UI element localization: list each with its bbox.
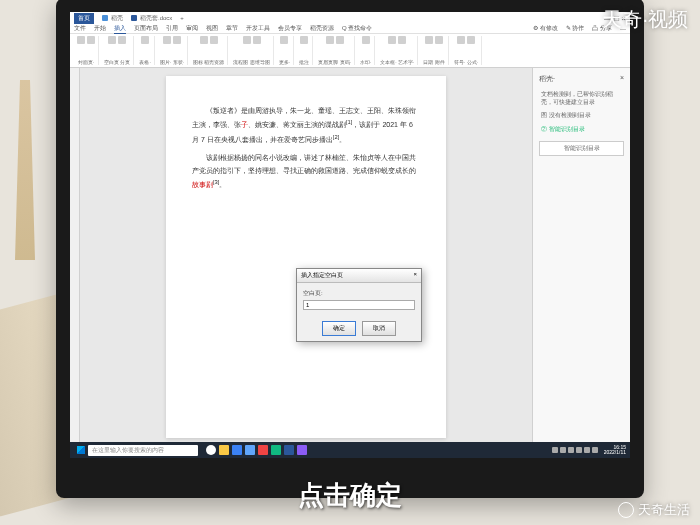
doc-icon	[131, 15, 137, 21]
ribbon-icon[interactable]	[362, 36, 370, 44]
ribbon-icon[interactable]	[457, 36, 465, 44]
ribbon-group[interactable]: 水印·	[357, 36, 375, 65]
ribbon-group[interactable]: 流程图 思维导图	[230, 36, 273, 65]
task-app3-icon[interactable]	[297, 445, 307, 455]
document-canvas[interactable]: 《叛逆者》是由周游执导，朱一龙、童瑶、王志文、王阳、朱珠领衔主演，李强、张子、姚…	[80, 68, 532, 446]
vertical-ruler	[70, 68, 80, 446]
menu-file[interactable]: 文件	[74, 24, 86, 33]
ribbon-icon[interactable]	[388, 36, 396, 44]
side-link-1[interactable]: ② 智能识别目录	[539, 123, 624, 137]
ribbon-icon[interactable]	[118, 36, 126, 44]
menu-resource[interactable]: 稻壳资源	[310, 24, 334, 33]
tray-icon[interactable]	[552, 447, 558, 453]
ribbon-icon[interactable]	[425, 36, 433, 44]
ribbon-icon[interactable]	[300, 36, 308, 44]
ribbon-group[interactable]: 更多·	[276, 36, 294, 65]
tray-ime-icon[interactable]	[592, 447, 598, 453]
tray-network-icon[interactable]	[584, 447, 590, 453]
ribbon-label: 更多·	[279, 59, 290, 65]
dialog-field-label: 空白页:	[303, 289, 415, 298]
menu-dev[interactable]: 开发工具	[246, 24, 270, 33]
menu-ref[interactable]: 引用	[166, 24, 178, 33]
task-explorer-icon[interactable]	[219, 445, 229, 455]
dialog-close-button[interactable]: ×	[413, 271, 417, 280]
ribbon-group[interactable]: 日期 附件	[420, 36, 448, 65]
ribbon-group[interactable]: 图标 稻壳资源	[190, 36, 228, 65]
ribbon-icon[interactable]	[173, 36, 181, 44]
menu-insert[interactable]: 插入	[114, 24, 126, 34]
tray-clock[interactable]: 16:152022/1/11	[604, 445, 626, 456]
ribbon-icon[interactable]	[87, 36, 95, 44]
side-panel: 稻壳· × 文档检测到，已帮你识别稻壳，可快捷建立目录 图 没有检测到目录 ② …	[532, 68, 630, 446]
menu-start[interactable]: 开始	[94, 24, 106, 33]
ribbon-icon[interactable]	[210, 36, 218, 44]
task-app2-icon[interactable]	[271, 445, 281, 455]
menu-bar: 文件 开始 插入 页面布局 引用 审阅 视图 章节 开发工具 会员专享 稻壳资源…	[70, 24, 630, 34]
ribbon-icon[interactable]	[280, 36, 288, 44]
shell-tab[interactable]: 稻壳	[102, 14, 123, 23]
shell-icon	[102, 15, 108, 21]
menu-section[interactable]: 章节	[226, 24, 238, 33]
ribbon-icon[interactable]	[253, 36, 261, 44]
ok-button[interactable]: 确定	[322, 321, 356, 336]
side-msg-1: 文档检测到，已帮你识别稻壳，可快捷建立目录	[539, 88, 624, 109]
ribbon-label: 空白页 分页	[104, 59, 130, 65]
menu-layout[interactable]: 页面布局	[134, 24, 158, 33]
ribbon-group[interactable]: 符号· 公式·	[451, 36, 482, 65]
ribbon-group[interactable]: 封面页·	[74, 36, 99, 65]
ribbon-group[interactable]: 页眉页脚 页码·	[315, 36, 355, 65]
ribbon-icon[interactable]	[77, 36, 85, 44]
tray-icon[interactable]	[568, 447, 574, 453]
subtitle-caption: 点击确定	[298, 478, 402, 513]
start-button[interactable]	[74, 444, 88, 456]
ribbon-icon[interactable]	[336, 36, 344, 44]
menu-member[interactable]: 会员专享	[278, 24, 302, 33]
ribbon-group[interactable]: 空白页 分页	[101, 36, 134, 65]
dialog-titlebar[interactable]: 插入指定空白页 ×	[297, 269, 421, 283]
system-tray: 16:152022/1/11	[552, 445, 626, 456]
ribbon-group[interactable]: 表格·	[136, 36, 154, 65]
task-wps-icon[interactable]	[284, 445, 294, 455]
taskbar-search[interactable]: 在这里输入你要搜索的内容	[88, 445, 198, 456]
cancel-button[interactable]: 取消	[362, 321, 396, 336]
task-edge-icon[interactable]	[232, 445, 242, 455]
side-btn[interactable]: 智能识别目录	[539, 141, 624, 157]
background-wheat	[0, 80, 50, 260]
ribbon-group[interactable]: 文本框· 艺术字·	[377, 36, 418, 65]
ribbon-icon[interactable]	[398, 36, 406, 44]
ribbon-group[interactable]: 批注	[296, 36, 313, 65]
ribbon-icon[interactable]	[200, 36, 208, 44]
document-tab[interactable]: 稻壳套.docx	[131, 14, 172, 23]
ribbon-label: 图标 稻壳资源	[193, 59, 224, 65]
ribbon-icon[interactable]	[108, 36, 116, 44]
content-area: 《叛逆者》是由周游执导，朱一龙、童瑶、王志文、王阳、朱珠领衔主演，李强、张子、姚…	[70, 68, 630, 446]
task-cortana-icon[interactable]	[206, 445, 216, 455]
ribbon-icon[interactable]	[435, 36, 443, 44]
menu-review[interactable]: 审阅	[186, 24, 198, 33]
tray-icon[interactable]	[560, 447, 566, 453]
menu-search[interactable]: Q 查找命令	[342, 24, 372, 33]
new-tab-button[interactable]: +	[180, 15, 184, 21]
page-count-input[interactable]	[303, 300, 415, 310]
ribbon-icon[interactable]	[163, 36, 171, 44]
menu-view[interactable]: 视图	[206, 24, 218, 33]
side-panel-close[interactable]: ×	[620, 74, 624, 84]
ribbon-icon[interactable]	[141, 36, 149, 44]
ribbon-label: 表格·	[139, 59, 150, 65]
menu-collab[interactable]: ✎ 协作	[566, 24, 585, 33]
screen: 首页 稻壳 稻壳套.docx + — □ × 文件 开始 插入 页面布局 引用 …	[70, 12, 630, 458]
ribbon-label: 页眉页脚 页码·	[318, 59, 351, 65]
ribbon-icon[interactable]	[326, 36, 334, 44]
title-bar: 首页 稻壳 稻壳套.docx + — □ ×	[70, 12, 630, 24]
windows-taskbar: 在这里输入你要搜索的内容 16:152022/1/11	[70, 442, 630, 458]
ribbon-icon[interactable]	[243, 36, 251, 44]
ribbon-icon[interactable]	[467, 36, 475, 44]
tray-volume-icon[interactable]	[576, 447, 582, 453]
task-app1-icon[interactable]	[258, 445, 268, 455]
ribbon-label: 符号· 公式·	[454, 59, 478, 65]
ribbon: 封面页·空白页 分页表格·图片· 形状·图标 稻壳资源流程图 思维导图更多·批注…	[70, 34, 630, 68]
menu-changes[interactable]: ⚙ 有修改	[533, 24, 558, 33]
home-tab[interactable]: 首页	[74, 13, 94, 24]
ribbon-group[interactable]: 图片· 形状·	[157, 36, 188, 65]
task-mail-icon[interactable]	[245, 445, 255, 455]
